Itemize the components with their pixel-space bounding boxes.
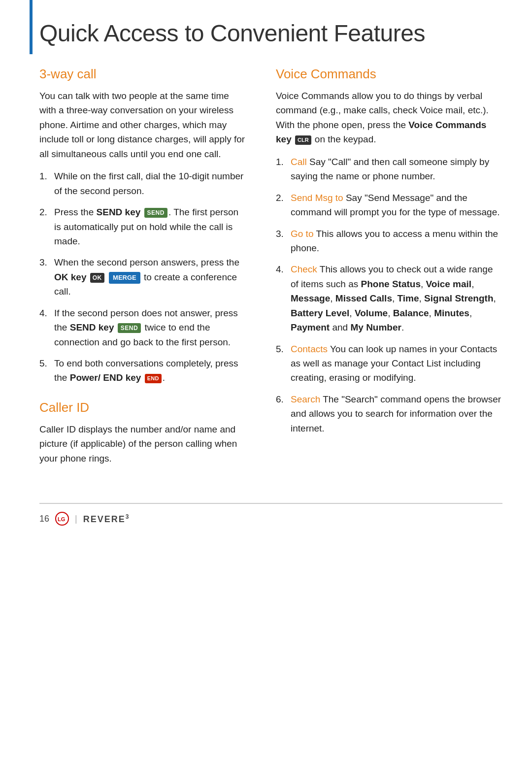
left-column: 3-way call You can talk with two people …: [39, 66, 246, 473]
list-number: 5.: [276, 342, 287, 385]
bold-text: Voice mail: [426, 279, 472, 289]
content-area: 3-way call You can talk with two people …: [0, 62, 532, 493]
end-key-badge: END: [145, 374, 162, 383]
list-number: 4.: [276, 262, 287, 334]
accent-bar: [30, 0, 33, 54]
cmd-label: Check: [291, 264, 317, 274]
page-container: Quick Access to Convenient Features 3-wa…: [0, 0, 532, 764]
cmd-label: Search: [291, 394, 320, 404]
three-way-call-list: 1. While on the first call, dial the 10-…: [39, 169, 246, 385]
list-content: Call Say "Call" and then call someone si…: [291, 155, 502, 184]
send-key-badge: SEND: [144, 208, 167, 218]
three-way-call-section: 3-way call You can talk with two people …: [39, 66, 246, 385]
list-item: 3. Go to This allows you to access a men…: [276, 227, 502, 256]
footer-brand: REVERE3: [83, 513, 130, 525]
list-number: 1.: [276, 155, 287, 184]
cmd-label: Send Msg to: [291, 193, 343, 203]
voice-commands-heading: Voice Commands: [276, 66, 502, 82]
list-content: If the second person does not answer, pr…: [54, 306, 246, 349]
list-item: 1. Call Say "Call" and then call someone…: [276, 155, 502, 184]
bold-text: Battery Level: [291, 308, 349, 318]
footer-pipe: |: [75, 514, 77, 524]
lg-logo-icon: LG: [55, 512, 69, 526]
list-content: Go to This allows you to access a menu w…: [291, 227, 502, 256]
list-item: 1. While on the first call, dial the 10-…: [39, 169, 246, 198]
three-way-call-intro: You can talk with two people at the same…: [39, 89, 246, 161]
bold-text: Signal Strength: [424, 293, 493, 303]
bold-text: Balance: [393, 308, 429, 318]
list-item: 4. Check This allows you to check out a …: [276, 262, 502, 334]
cmd-label: Call: [291, 157, 307, 167]
bold-text: Power/ END key: [70, 372, 141, 383]
list-number: 5.: [39, 356, 50, 385]
footer: 16 LG | REVERE3: [0, 504, 532, 535]
merge-key-badge: MERGE: [109, 272, 140, 284]
bold-text: SEND key: [70, 322, 114, 332]
caller-id-heading: Caller ID: [39, 400, 246, 415]
list-item: 5. Contacts You can look up names in you…: [276, 342, 502, 385]
caller-id-section: Caller ID Caller ID displays the number …: [39, 400, 246, 465]
ok-key-badge: OK: [90, 273, 104, 283]
bold-text: Payment: [291, 322, 330, 332]
list-item: 3. When the second person answers, press…: [39, 255, 246, 299]
caller-id-text: Caller ID displays the number and/or nam…: [39, 422, 246, 465]
list-item: 6. Search The "Search" command opens the…: [276, 392, 502, 435]
bold-text: My Number: [350, 322, 401, 332]
list-content: Press the SEND key SEND. The first perso…: [54, 205, 246, 248]
page-title: Quick Access to Convenient Features: [0, 0, 532, 62]
bold-text: Volume: [355, 308, 388, 318]
list-number: 3.: [39, 255, 50, 299]
list-item: 5. To end both conversations completely,…: [39, 356, 246, 385]
bold-text: Time: [398, 293, 419, 303]
list-number: 3.: [276, 227, 287, 256]
lg-svg-icon: LG: [55, 512, 69, 526]
list-content: To end both conversations completely, pr…: [54, 356, 246, 385]
cmd-label: Go to: [291, 229, 313, 239]
bold-text: Minutes: [434, 308, 469, 318]
clr-key-badge: CLR: [295, 135, 311, 145]
list-content: Search The "Search" command opens the br…: [291, 392, 502, 435]
page-number: 16: [39, 514, 49, 524]
list-item: 2. Send Msg to Say "Send Message" and th…: [276, 191, 502, 220]
voice-commands-section: Voice Commands Voice Commands allow you …: [276, 66, 502, 435]
three-way-call-heading: 3-way call: [39, 66, 246, 82]
bold-text: SEND key: [97, 207, 141, 217]
voice-commands-list: 1. Call Say "Call" and then call someone…: [276, 155, 502, 435]
bold-text: Phone Status: [361, 279, 421, 289]
footer-logo: LG: [55, 512, 69, 526]
list-number: 1.: [39, 169, 50, 198]
bold-text: Message: [291, 293, 330, 303]
list-number: 4.: [39, 306, 50, 349]
list-item: 2. Press the SEND key SEND. The first pe…: [39, 205, 246, 248]
list-content: When the second person answers, press th…: [54, 255, 246, 299]
list-item: 4. If the second person does not answer,…: [39, 306, 246, 349]
send-key-badge-2: SEND: [118, 323, 141, 333]
list-content: Check This allows you to check out a wid…: [291, 262, 502, 334]
voice-commands-intro: Voice Commands allow you to do things by…: [276, 89, 502, 147]
list-number: 6.: [276, 392, 287, 435]
bold-text: OK key: [54, 272, 86, 282]
cmd-label: Contacts: [291, 344, 328, 354]
list-content: Contacts You can look up names in your C…: [291, 342, 502, 385]
bold-text: Missed Calls: [335, 293, 392, 303]
svg-text:LG: LG: [58, 516, 65, 522]
list-content: Send Msg to Say "Send Message" and the c…: [291, 191, 502, 220]
right-column: Voice Commands Voice Commands allow you …: [276, 66, 502, 473]
list-content: While on the first call, dial the 10-dig…: [54, 169, 246, 198]
list-number: 2.: [276, 191, 287, 220]
list-number: 2.: [39, 205, 50, 248]
